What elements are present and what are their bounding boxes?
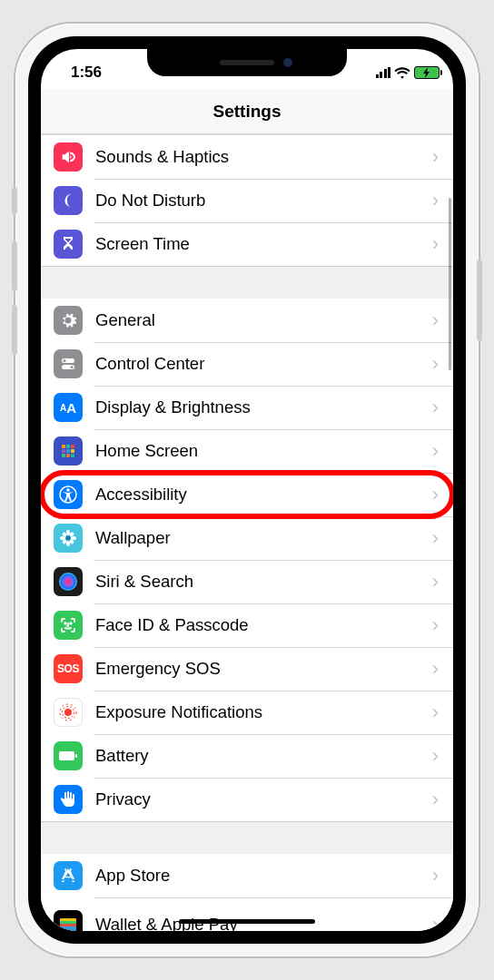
svg-rect-10 — [62, 454, 65, 457]
svg-rect-9 — [71, 449, 74, 453]
svg-point-14 — [66, 488, 70, 492]
svg-rect-11 — [66, 454, 70, 457]
battery-label: Battery — [95, 746, 432, 766]
home-indicator[interactable] — [179, 919, 315, 924]
status-time: 1:56 — [41, 64, 132, 82]
chevron-right-icon: › — [432, 913, 439, 931]
chevron-right-icon: › — [432, 613, 439, 637]
chevron-right-icon: › — [432, 232, 439, 256]
emergency-sos-row[interactable]: SOS Emergency SOS › — [41, 647, 453, 691]
svg-point-3 — [71, 366, 74, 368]
app-grid-icon — [54, 436, 83, 466]
wallet-icon — [54, 910, 83, 931]
wallet-row[interactable]: Wallet & Apple Pay › — [41, 897, 453, 931]
display-label: Display & Brightness — [95, 397, 432, 417]
volume-up-button — [12, 241, 17, 291]
settings-list[interactable]: Sounds & Haptics › Do Not Disturb › — [41, 134, 453, 931]
svg-point-17 — [66, 541, 70, 546]
cellular-signal-icon — [376, 67, 391, 78]
svg-point-24 — [59, 573, 77, 591]
sos-icon: SOS — [54, 654, 83, 683]
chevron-right-icon: › — [432, 526, 439, 550]
svg-rect-31 — [75, 754, 77, 758]
hand-icon — [54, 785, 83, 814]
flower-icon — [54, 524, 83, 553]
svg-point-18 — [60, 536, 65, 540]
chevron-right-icon: › — [432, 189, 439, 212]
battery-full-icon — [54, 741, 83, 770]
chevron-right-icon: › — [432, 864, 439, 887]
chevron-right-icon: › — [432, 396, 439, 419]
controlcenter-label: Control Center — [95, 354, 432, 374]
general-row[interactable]: General › — [41, 299, 453, 342]
text-size-icon: AA — [54, 393, 83, 422]
svg-point-19 — [71, 536, 76, 540]
wifi-icon — [394, 67, 410, 79]
exposure-icon — [54, 698, 83, 727]
home-screen-row[interactable]: Home Screen › — [41, 429, 453, 473]
notch — [147, 49, 347, 76]
sounds-haptics-row[interactable]: Sounds & Haptics › — [41, 135, 453, 179]
app-store-row[interactable]: App Store › — [41, 854, 453, 897]
chevron-right-icon: › — [432, 701, 439, 724]
accessibility-label: Accessibility — [95, 485, 432, 505]
screen-time-row[interactable]: Screen Time › — [41, 222, 453, 266]
volume-down-button — [12, 305, 17, 355]
siri-icon — [54, 567, 83, 596]
accessibility-row[interactable]: Accessibility › — [41, 473, 453, 516]
svg-rect-12 — [71, 454, 74, 457]
svg-point-25 — [64, 622, 66, 624]
chevron-right-icon: › — [432, 309, 439, 332]
appstore-label: App Store — [95, 866, 432, 886]
accessibility-icon — [54, 480, 83, 509]
app-store-icon — [54, 861, 83, 890]
chevron-right-icon: › — [432, 570, 439, 593]
do-not-disturb-row[interactable]: Do Not Disturb › — [41, 179, 453, 222]
svg-point-26 — [70, 622, 72, 624]
page-title: Settings — [41, 89, 453, 134]
exposure-label: Exposure Notifications — [95, 702, 432, 722]
homescreen-label: Home Screen — [95, 441, 432, 461]
svg-rect-8 — [66, 449, 70, 453]
battery-icon — [414, 66, 440, 79]
chevron-right-icon: › — [432, 744, 439, 768]
screen: 1:56 Settings — [41, 49, 453, 931]
svg-rect-7 — [62, 449, 65, 453]
siri-label: Siri & Search — [95, 572, 432, 592]
svg-point-27 — [64, 709, 72, 716]
moon-icon — [54, 186, 83, 215]
svg-point-15 — [66, 536, 71, 541]
chevron-right-icon: › — [432, 145, 439, 169]
sounds-label: Sounds & Haptics — [95, 147, 432, 167]
chevron-right-icon: › — [432, 657, 439, 681]
general-label: General — [95, 310, 432, 330]
svg-rect-35 — [60, 926, 76, 931]
face-id-row[interactable]: Face ID & Passcode › — [41, 603, 453, 647]
siri-search-row[interactable]: Siri & Search › — [41, 560, 453, 603]
sounds-icon — [54, 142, 83, 172]
svg-rect-30 — [59, 751, 74, 760]
mute-switch — [12, 187, 17, 214]
svg-rect-5 — [66, 445, 70, 448]
sos-label: Emergency SOS — [95, 659, 432, 679]
toggles-icon — [54, 349, 83, 378]
hourglass-icon — [54, 230, 83, 259]
privacy-label: Privacy — [95, 789, 432, 809]
svg-point-1 — [64, 359, 66, 362]
phone-frame: 1:56 Settings — [15, 24, 479, 956]
svg-point-16 — [66, 530, 70, 535]
dnd-label: Do Not Disturb — [95, 191, 432, 211]
exposure-notifications-row[interactable]: Exposure Notifications › — [41, 691, 453, 734]
wallpaper-row[interactable]: Wallpaper › — [41, 516, 453, 560]
chevron-right-icon: › — [432, 483, 439, 506]
control-center-row[interactable]: Control Center › — [41, 342, 453, 386]
faceid-label: Face ID & Passcode — [95, 615, 432, 635]
battery-row[interactable]: Battery › — [41, 734, 453, 778]
display-brightness-row[interactable]: AA Display & Brightness › — [41, 386, 453, 429]
wallpaper-label: Wallpaper — [95, 528, 432, 548]
face-id-icon — [54, 611, 83, 640]
power-button — [477, 260, 482, 341]
gear-icon — [54, 306, 83, 335]
chevron-right-icon: › — [432, 788, 439, 811]
privacy-row[interactable]: Privacy › — [41, 778, 453, 821]
